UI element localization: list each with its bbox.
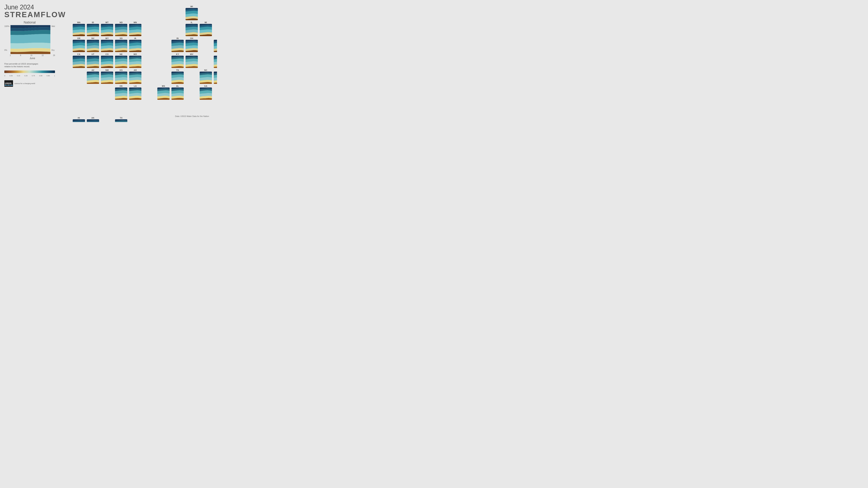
y-axis-labels: 100% 0% [4, 25, 9, 54]
x-label: June [4, 57, 55, 60]
chart-area [10, 25, 51, 54]
state-chart-nc [199, 72, 212, 84]
state-chart-pa [214, 40, 217, 52]
state-tile-sd: SD [115, 37, 127, 52]
state-tile-al: AL [172, 85, 184, 100]
state-tile-in: IN [172, 37, 184, 52]
state-chart-oh [186, 40, 198, 52]
state-label-tx: TX [120, 117, 122, 119]
state-tile-nm: NM [101, 69, 113, 84]
tick-1: 1 [54, 75, 55, 77]
svg-text:USGS: USGS [5, 82, 11, 85]
state-chart-ks [115, 72, 127, 84]
state-label-or: OR [77, 37, 81, 39]
state-label-sd: SD [120, 37, 123, 39]
state-tile-mn: MN [129, 21, 142, 36]
state-chart-or [73, 40, 85, 52]
state-tile-wy: WY [101, 37, 113, 52]
state-chart-ms [157, 88, 169, 100]
national-label: National [4, 21, 55, 24]
state-chart-az [87, 72, 99, 84]
x-15: 15 [30, 55, 32, 56]
left-panel: June 2024 STREAMFLOW National 100% 0% [4, 4, 55, 119]
state-label-nm: NM [105, 69, 109, 71]
title-section: June 2024 STREAMFLOW [4, 4, 55, 19]
dry-label: Dry [52, 49, 55, 51]
state-tile-va: VA [214, 53, 217, 68]
state-label-wy: WY [105, 37, 109, 39]
state-chart-wv [186, 56, 198, 68]
tick-010: 0.10 [17, 75, 20, 77]
x-29: 29 [53, 55, 55, 56]
usgs-logo: USGS science for a changing world [4, 80, 55, 87]
tick-025: 0.25 [24, 75, 28, 77]
state-tile-ak: AK [87, 117, 99, 122]
state-chart-mn [129, 24, 142, 36]
state-tile-ks: KS [115, 69, 127, 84]
state-chart-co [101, 56, 113, 68]
state-tile-az: AZ [87, 69, 99, 84]
state-label-ut: UT [92, 53, 94, 55]
state-tile-nc: NC [199, 69, 212, 84]
state-chart-nd [115, 24, 127, 36]
state-chart-in [172, 40, 184, 52]
states-container: WI VT NH [57, 4, 213, 119]
state-label-nd: ND [120, 21, 123, 24]
state-tile-la: LA [129, 85, 142, 100]
state-label-il: IL [191, 21, 193, 24]
state-label-mi: MI [205, 21, 207, 24]
state-label-nv: NV [92, 37, 94, 39]
state-chart-nv [87, 40, 99, 52]
tick-0: 0 [4, 75, 5, 77]
x-axis: 1 8 15 22 29 [4, 55, 55, 56]
state-label-az: AZ [92, 69, 94, 71]
state-label-oh: OH [190, 37, 193, 39]
state-tile-ga: GA [199, 85, 212, 100]
title-line1: June 2024 [4, 4, 55, 11]
state-chart-il [186, 24, 198, 36]
state-tile-mt: MT [101, 21, 113, 36]
state-tile-tn: TN [172, 69, 184, 84]
state-tile-ca: CA [73, 53, 85, 68]
wet-dry-labels: Wet Dry [52, 25, 55, 54]
state-tile-hi: HI [73, 117, 85, 122]
state-tile-nd: ND [115, 21, 127, 36]
state-chart-nm [101, 72, 113, 84]
state-label-wi: WI [190, 5, 193, 8]
legend-bar [4, 70, 55, 73]
state-chart-ga [199, 88, 212, 100]
state-label-ms: MS [162, 85, 165, 87]
state-chart-wy [101, 40, 113, 52]
state-chart-la [129, 88, 142, 100]
state-label-la: LA [134, 85, 137, 87]
state-chart-mt [101, 24, 113, 36]
state-chart-ca [73, 56, 85, 68]
state-chart-va [214, 56, 217, 68]
state-label-ca: CA [78, 53, 81, 55]
state-tile-id: ID [87, 21, 99, 36]
state-tile-wi: WI [186, 5, 198, 20]
state-tile-ar: AR [129, 69, 142, 84]
y-min: 0% [4, 49, 9, 51]
tick-075: 0.75 [32, 75, 35, 77]
state-label-ar: AR [134, 69, 137, 71]
state-chart-ne [115, 56, 127, 68]
state-label-hi: HI [78, 117, 80, 119]
state-label-al: AL [176, 85, 179, 87]
tick-090: 0.90 [39, 75, 42, 77]
state-chart-sd [115, 40, 127, 52]
state-label-in: IN [177, 37, 179, 39]
state-chart-wi [186, 8, 198, 20]
state-label-mo: MO [134, 53, 137, 55]
x-22: 22 [41, 55, 43, 56]
state-tile-or: OR [73, 37, 85, 52]
wet-label: Wet [52, 25, 55, 27]
state-label-mn: MN [134, 21, 137, 24]
state-label-ga: GA [204, 85, 208, 87]
state-label-wv: WV [190, 53, 193, 55]
state-tile-ia: IA [129, 37, 142, 52]
state-tile-ne: NE [115, 53, 127, 68]
state-tile-mi: MI [199, 21, 212, 36]
state-chart-mi [199, 24, 212, 36]
state-tile-tx: TX [115, 117, 127, 122]
